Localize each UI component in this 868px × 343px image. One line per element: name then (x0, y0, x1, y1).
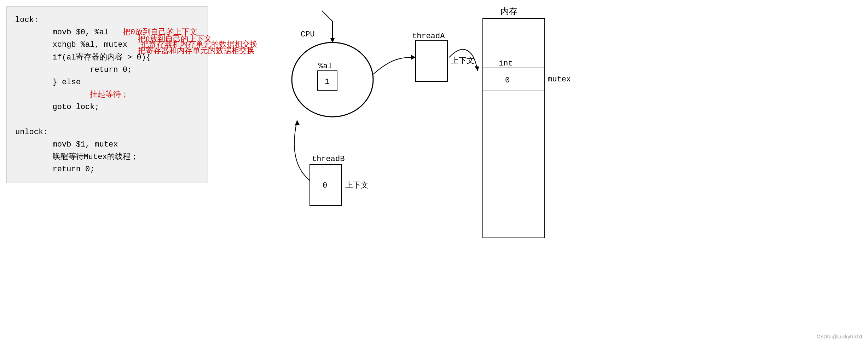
svg-text:内存: 内存 (500, 7, 517, 16)
svg-text:上下文: 上下文 (345, 181, 369, 189)
svg-text:%al: %al (318, 62, 332, 71)
svg-text:0: 0 (323, 181, 327, 190)
svg-text:threadA: threadA (412, 32, 445, 41)
svg-text:上下文: 上下文 (451, 56, 474, 65)
svg-text:threadB: threadB (312, 155, 345, 164)
svg-text:int: int (499, 59, 513, 68)
svg-text:0: 0 (505, 76, 510, 85)
svg-point-0 (292, 42, 373, 117)
svg-text:mutex: mutex (548, 75, 571, 84)
annotation-movb: 把0放到自己的上下文 (138, 34, 212, 44)
annotation-xchgb: 把寄存器和内存单元的数据相交换 (138, 45, 255, 56)
code-block: lock: movb $0, %al 把0放到自己的上下文 xchgb %al,… (6, 6, 208, 183)
svg-marker-22 (295, 120, 300, 126)
svg-rect-15 (483, 68, 545, 91)
svg-marker-7 (411, 55, 416, 60)
watermark: CSDN @LuckyRich1 (817, 334, 863, 339)
svg-rect-8 (416, 41, 447, 81)
svg-line-6 (322, 11, 332, 21)
svg-marker-11 (475, 66, 479, 71)
svg-marker-5 (330, 38, 335, 43)
svg-text:1: 1 (325, 78, 329, 86)
svg-rect-12 (483, 18, 545, 238)
svg-rect-2 (318, 71, 337, 90)
svg-rect-19 (310, 165, 342, 205)
cpu-label: CPU (301, 30, 315, 39)
